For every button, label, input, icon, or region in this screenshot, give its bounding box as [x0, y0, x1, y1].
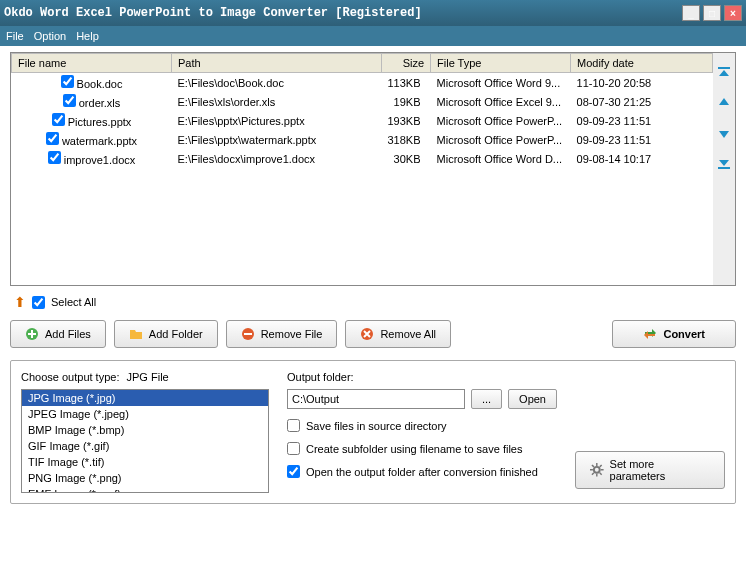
col-date[interactable]: Modify date: [571, 54, 713, 73]
file-list[interactable]: File name Path Size File Type Modify dat…: [11, 53, 713, 285]
format-option[interactable]: PNG Image (*.png): [22, 470, 268, 486]
save-source-checkbox[interactable]: [287, 419, 300, 432]
more-parameters-button[interactable]: Set more parameters: [575, 451, 725, 489]
cell-date: 08-07-30 21:25: [571, 92, 713, 111]
add-folder-button[interactable]: Add Folder: [114, 320, 218, 348]
table-row[interactable]: improve1.docxE:\Files\docx\improve1.docx…: [12, 149, 713, 168]
cell-date: 11-10-20 20:58: [571, 73, 713, 93]
cell-path: E:\Files\docx\improve1.docx: [172, 149, 382, 168]
row-checkbox[interactable]: [61, 75, 74, 88]
maximize-button[interactable]: □: [703, 5, 721, 21]
col-type[interactable]: File Type: [431, 54, 571, 73]
open-after-label: Open the output folder after conversion …: [306, 466, 538, 478]
format-option[interactable]: TIF Image (*.tif): [22, 454, 268, 470]
row-checkbox[interactable]: [63, 94, 76, 107]
move-bottom-icon[interactable]: [716, 155, 732, 171]
cell-path: E:\Files\doc\Book.doc: [172, 73, 382, 93]
format-option[interactable]: GIF Image (*.gif): [22, 438, 268, 454]
table-row[interactable]: Pictures.pptxE:\Files\pptx\Pictures.pptx…: [12, 111, 713, 130]
format-option[interactable]: JPG Image (*.jpg): [22, 390, 268, 406]
subfolder-label: Create subfolder using filename to save …: [306, 443, 522, 455]
menu-file[interactable]: File: [6, 30, 24, 42]
remove-all-icon: [360, 327, 374, 341]
format-option[interactable]: EMF Image (*.emf): [22, 486, 268, 493]
output-folder-label: Output folder:: [287, 371, 557, 383]
cell-path: E:\Files\pptx\Pictures.pptx: [172, 111, 382, 130]
convert-label: Convert: [663, 328, 705, 340]
format-option[interactable]: BMP Image (*.bmp): [22, 422, 268, 438]
table-row[interactable]: Book.docE:\Files\doc\Book.doc113KBMicros…: [12, 73, 713, 93]
cell-size: 19KB: [382, 92, 431, 111]
select-all-checkbox[interactable]: [32, 296, 45, 309]
col-size[interactable]: Size: [382, 54, 431, 73]
remove-all-button[interactable]: Remove All: [345, 320, 451, 348]
move-up-icon[interactable]: [716, 95, 732, 111]
action-button-row: Add Files Add Folder Remove File Remove …: [10, 316, 736, 360]
browse-button[interactable]: ...: [471, 389, 502, 409]
output-folder-input[interactable]: [287, 389, 465, 409]
table-row[interactable]: watermark.pptxE:\Files\pptx\watermark.pp…: [12, 130, 713, 149]
convert-button[interactable]: Convert: [612, 320, 736, 348]
minimize-button[interactable]: _: [682, 5, 700, 21]
cell-size: 30KB: [382, 149, 431, 168]
remove-all-label: Remove All: [380, 328, 436, 340]
plus-icon: [25, 327, 39, 341]
menu-option[interactable]: Option: [34, 30, 66, 42]
add-files-button[interactable]: Add Files: [10, 320, 106, 348]
menu-help[interactable]: Help: [76, 30, 99, 42]
move-top-icon[interactable]: [716, 65, 732, 81]
col-filename[interactable]: File name: [12, 54, 172, 73]
cell-date: 09-09-23 11:51: [571, 111, 713, 130]
output-panel: Choose output type: JPG File JPG Image (…: [10, 360, 736, 504]
folder-icon: [129, 327, 143, 341]
titlebar: Okdo Word Excel PowerPoint to Image Conv…: [0, 0, 746, 26]
cell-size: 193KB: [382, 111, 431, 130]
svg-point-4: [594, 467, 600, 473]
close-button[interactable]: ×: [724, 5, 742, 21]
cell-size: 113KB: [382, 73, 431, 93]
cell-date: 09-09-23 11:51: [571, 130, 713, 149]
cell-type: Microsoft Office Word D...: [431, 149, 571, 168]
output-format-list[interactable]: JPG Image (*.jpg)JPEG Image (*.jpeg)BMP …: [21, 389, 269, 493]
add-folder-label: Add Folder: [149, 328, 203, 340]
cell-name: watermark.pptx: [62, 135, 137, 147]
save-source-label: Save files in source directory: [306, 420, 447, 432]
window-controls: _ □ ×: [682, 5, 742, 21]
remove-file-button[interactable]: Remove File: [226, 320, 338, 348]
row-checkbox[interactable]: [46, 132, 59, 145]
col-path[interactable]: Path: [172, 54, 382, 73]
file-list-panel: File name Path Size File Type Modify dat…: [10, 52, 736, 286]
cell-type: Microsoft Office PowerP...: [431, 111, 571, 130]
move-down-icon[interactable]: [716, 125, 732, 141]
format-option[interactable]: JPEG Image (*.jpeg): [22, 406, 268, 422]
file-list-header: File name Path Size File Type Modify dat…: [12, 54, 713, 73]
cell-type: Microsoft Office Excel 9...: [431, 92, 571, 111]
remove-file-label: Remove File: [261, 328, 323, 340]
more-parameters-label: Set more parameters: [610, 458, 710, 482]
minus-icon: [241, 327, 255, 341]
subfolder-checkbox[interactable]: [287, 442, 300, 455]
cell-size: 318KB: [382, 130, 431, 149]
window-title: Okdo Word Excel PowerPoint to Image Conv…: [4, 6, 682, 20]
cell-name: order.xls: [79, 97, 121, 109]
cell-type: Microsoft Office PowerP...: [431, 130, 571, 149]
gear-icon: [590, 463, 604, 477]
row-checkbox[interactable]: [48, 151, 61, 164]
cell-name: improve1.docx: [64, 154, 136, 166]
select-all-label: Select All: [51, 296, 96, 308]
open-folder-button[interactable]: Open: [508, 389, 557, 409]
select-all-row: ⬆ Select All: [14, 294, 736, 310]
cell-type: Microsoft Office Word 9...: [431, 73, 571, 93]
cell-name: Book.doc: [77, 78, 123, 90]
add-files-label: Add Files: [45, 328, 91, 340]
svg-rect-2: [244, 333, 252, 335]
cell-path: E:\Files\xls\order.xls: [172, 92, 382, 111]
cell-name: Pictures.pptx: [68, 116, 132, 128]
output-type-label: Choose output type:: [21, 371, 119, 383]
row-checkbox[interactable]: [52, 113, 65, 126]
table-row[interactable]: order.xlsE:\Files\xls\order.xls19KBMicro…: [12, 92, 713, 111]
output-type-current: JPG File: [127, 371, 169, 383]
convert-icon: [643, 327, 657, 341]
open-after-checkbox[interactable]: [287, 465, 300, 478]
cell-path: E:\Files\pptx\watermark.pptx: [172, 130, 382, 149]
